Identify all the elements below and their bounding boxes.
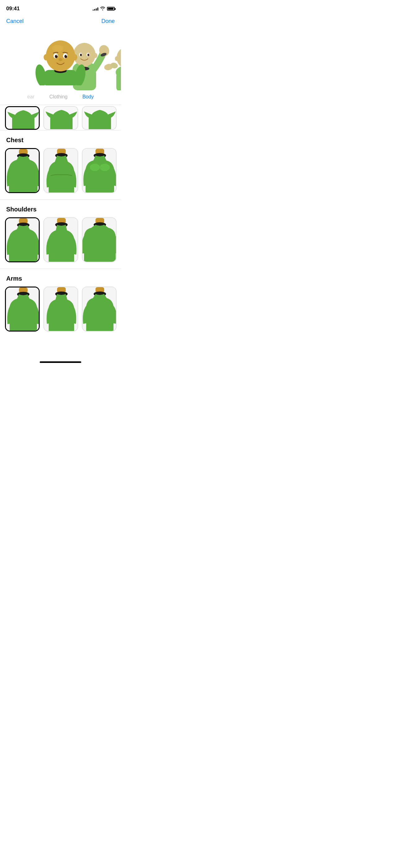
shoulders-items-row bbox=[0, 217, 121, 262]
svg-point-27 bbox=[88, 54, 89, 56]
arms-items-row bbox=[0, 286, 121, 332]
top-item-3[interactable] bbox=[82, 106, 116, 130]
svg-point-14 bbox=[57, 55, 57, 56]
svg-point-18 bbox=[73, 54, 77, 61]
chest-items-row bbox=[0, 148, 121, 193]
nav-bar: Cancel Done bbox=[0, 16, 121, 28]
scroll-content: Chest bbox=[0, 105, 121, 356]
shoulders-item-3[interactable] bbox=[82, 217, 116, 262]
chest-item-1[interactable] bbox=[5, 148, 40, 193]
svg-point-2 bbox=[34, 64, 48, 85]
tab-body[interactable]: Body bbox=[75, 93, 101, 101]
signal-icon bbox=[93, 7, 98, 10]
memoji-main bbox=[34, 28, 87, 85]
chest-item-2[interactable] bbox=[43, 148, 78, 193]
status-time: 09:41 bbox=[6, 6, 20, 12]
svg-point-7 bbox=[52, 45, 63, 52]
tab-clothing[interactable]: Clothing bbox=[42, 93, 75, 101]
svg-point-40 bbox=[115, 57, 119, 61]
arms-title: Arms bbox=[0, 269, 121, 286]
top-item-1[interactable] bbox=[5, 106, 40, 130]
chest-item-3[interactable] bbox=[82, 148, 116, 193]
partial-row bbox=[0, 105, 121, 130]
svg-point-3 bbox=[73, 64, 87, 85]
shoulders-item-2[interactable] bbox=[43, 217, 78, 262]
arms-item-2[interactable] bbox=[43, 286, 78, 332]
svg-point-57 bbox=[100, 164, 110, 171]
tab-bar: ear Clothing Body bbox=[0, 90, 121, 105]
svg-point-16 bbox=[59, 58, 63, 61]
svg-point-15 bbox=[66, 55, 67, 56]
top-item-2[interactable] bbox=[43, 106, 78, 130]
done-button[interactable]: Done bbox=[101, 18, 115, 25]
arms-item-3[interactable] bbox=[82, 286, 116, 332]
cancel-button[interactable]: Cancel bbox=[6, 18, 24, 25]
svg-point-17 bbox=[44, 54, 48, 61]
chest-section: Chest bbox=[0, 130, 121, 199]
memoji-preview bbox=[0, 28, 121, 90]
shoulders-title: Shoulders bbox=[0, 199, 121, 217]
wifi-icon bbox=[100, 6, 105, 11]
shoulders-item-1[interactable] bbox=[5, 217, 40, 262]
battery-icon bbox=[107, 7, 115, 10]
status-bar: 09:41 bbox=[0, 0, 121, 16]
arms-section: Arms bbox=[0, 269, 121, 338]
home-indicator bbox=[0, 356, 121, 365]
shoulders-section: Shoulders bbox=[0, 199, 121, 269]
svg-point-29 bbox=[94, 53, 97, 58]
arms-item-1[interactable] bbox=[5, 286, 40, 332]
tab-headwear[interactable]: ear bbox=[20, 93, 42, 101]
home-bar bbox=[40, 361, 81, 363]
chest-title: Chest bbox=[0, 130, 121, 148]
status-icons bbox=[93, 6, 115, 11]
svg-point-6 bbox=[46, 40, 75, 71]
svg-point-56 bbox=[90, 164, 100, 171]
